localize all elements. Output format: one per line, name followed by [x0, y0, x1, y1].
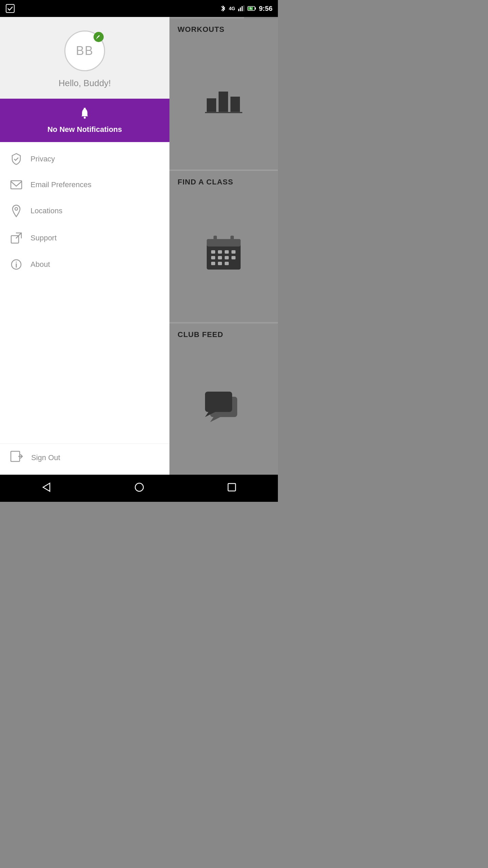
svg-rect-44 — [211, 250, 215, 254]
svg-rect-37 — [219, 92, 228, 112]
svg-rect-61 — [228, 484, 236, 491]
recent-square-icon — [227, 482, 237, 492]
sign-out-svg-icon — [10, 451, 23, 462]
svg-rect-48 — [211, 256, 215, 259]
about-label: About — [30, 260, 50, 269]
svg-rect-6 — [255, 7, 256, 9]
bar-chart-icon — [205, 85, 242, 115]
location-pin-icon — [10, 204, 22, 217]
back-icon — [41, 482, 52, 492]
svg-rect-41 — [207, 239, 241, 246]
email-preferences-label: Email Preferences — [30, 180, 92, 189]
main-content: BB Hello, Buddy! — [0, 17, 278, 475]
nav-bar — [0, 475, 278, 502]
location-svg-icon — [12, 204, 21, 217]
signal-bars-icon — [238, 5, 245, 12]
status-bar: 4G 9:56 — [0, 0, 278, 17]
svg-rect-49 — [218, 256, 222, 259]
svg-point-21 — [16, 262, 17, 263]
bell-svg — [79, 107, 91, 119]
chat-icon — [203, 387, 244, 424]
workouts-card[interactable]: WORKOUTS — [169, 18, 278, 170]
support-label: Support — [30, 234, 57, 242]
signal-icon: 4G — [229, 6, 235, 11]
menu-item-email-preferences[interactable]: Email Preferences — [0, 173, 169, 197]
right-content: WORKOUTS FIND A CLASS — [169, 17, 278, 475]
shield-icon — [10, 153, 22, 165]
svg-rect-38 — [230, 97, 240, 112]
status-bar-right: 4G 9:56 — [220, 4, 272, 13]
avatar-container[interactable]: BB — [64, 31, 105, 71]
svg-rect-52 — [211, 262, 215, 265]
svg-rect-54 — [225, 262, 229, 265]
svg-rect-36 — [207, 98, 216, 112]
edit-badge[interactable] — [94, 32, 104, 42]
svg-point-13 — [84, 117, 86, 119]
svg-point-60 — [135, 483, 143, 491]
battery-icon — [247, 6, 256, 11]
find-a-class-card[interactable]: FIND A CLASS — [169, 171, 278, 322]
svg-rect-50 — [225, 256, 229, 259]
svg-rect-57 — [205, 392, 232, 412]
calendar-icon — [205, 234, 242, 271]
email-icon — [10, 180, 22, 190]
svg-rect-53 — [218, 262, 222, 265]
svg-rect-15 — [11, 181, 22, 189]
user-greeting: Hello, Buddy! — [59, 78, 111, 88]
privacy-label: Privacy — [30, 155, 55, 163]
svg-rect-3 — [242, 6, 243, 11]
status-bar-left — [5, 4, 15, 13]
pencil-icon — [96, 35, 101, 39]
club-feed-icon-area — [178, 342, 270, 468]
locations-label: Locations — [30, 206, 62, 215]
club-feed-title: CLUB FEED — [178, 330, 270, 339]
notification-banner[interactable]: No New Notifications — [0, 99, 169, 142]
external-link-icon — [10, 232, 22, 244]
drawer-header: BB Hello, Buddy! — [0, 17, 169, 99]
menu-item-support[interactable]: Support — [0, 225, 169, 251]
back-button[interactable] — [41, 482, 52, 495]
svg-rect-47 — [231, 250, 236, 254]
bluetooth-icon — [220, 4, 226, 13]
svg-line-12 — [97, 38, 97, 39]
home-button[interactable] — [134, 482, 144, 495]
workouts-icon-area — [178, 37, 270, 163]
svg-point-16 — [15, 208, 18, 210]
svg-rect-43 — [230, 236, 234, 243]
email-svg-icon — [10, 180, 22, 190]
home-circle-icon — [134, 482, 144, 492]
find-a-class-title: FIND A CLASS — [178, 178, 270, 186]
avatar-initials: BB — [76, 44, 94, 58]
privacy-shield-icon — [11, 153, 22, 165]
sign-out-icon — [10, 451, 23, 465]
svg-rect-45 — [218, 250, 222, 254]
support-svg-icon — [11, 232, 22, 244]
svg-rect-2 — [240, 7, 241, 11]
sign-out-button[interactable]: Sign Out — [0, 443, 169, 475]
svg-marker-59 — [43, 483, 50, 491]
about-svg-icon — [11, 259, 22, 270]
menu-item-about[interactable]: About — [0, 251, 169, 278]
svg-rect-46 — [225, 250, 229, 254]
svg-rect-42 — [214, 236, 217, 243]
info-icon — [10, 259, 22, 270]
status-time: 9:56 — [259, 5, 272, 13]
menu-item-locations[interactable]: Locations — [0, 197, 169, 225]
svg-rect-4 — [243, 5, 244, 11]
menu-item-privacy[interactable]: Privacy — [0, 145, 169, 173]
drawer: BB Hello, Buddy! — [0, 17, 169, 475]
svg-rect-0 — [6, 4, 14, 13]
club-feed-card[interactable]: CLUB FEED — [169, 323, 278, 475]
bell-icon — [79, 107, 91, 122]
menu-list: Privacy Email Preferences — [0, 142, 169, 443]
recent-button[interactable] — [227, 482, 237, 494]
notification-text: No New Notifications — [47, 125, 122, 134]
app-icon — [5, 4, 15, 13]
workouts-title: WORKOUTS — [178, 25, 270, 34]
sign-out-label: Sign Out — [31, 453, 60, 462]
find-a-class-icon-area — [178, 190, 270, 315]
svg-marker-56 — [210, 417, 220, 422]
svg-rect-51 — [231, 256, 236, 259]
svg-rect-1 — [238, 9, 239, 11]
